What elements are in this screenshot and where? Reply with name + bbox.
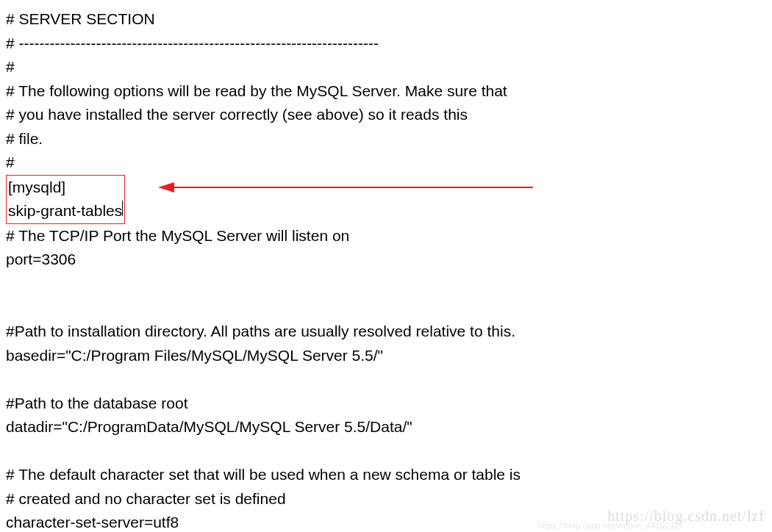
blank-line [6, 439, 766, 464]
config-line: datadir="C:/ProgramData/MySQL/MySQL Serv… [6, 415, 766, 439]
blank-line [6, 367, 766, 392]
config-line: # [6, 151, 766, 175]
config-line: # [6, 55, 766, 79]
config-line: # The following options will be read by … [6, 79, 766, 104]
config-line: #Path to the database root [6, 392, 766, 416]
config-line: # SERVER SECTION [6, 7, 766, 32]
arrow-icon [158, 179, 533, 195]
config-line: # created and no character set is define… [6, 487, 766, 511]
config-line: port=3306 [6, 248, 766, 272]
config-line: # you have installed the server correctl… [6, 103, 766, 127]
blank-line [6, 272, 766, 296]
config-line: # The TCP/IP Port the MySQL Server will … [6, 224, 766, 248]
config-line-skip-grant-tables: skip-grant-tables [8, 199, 123, 223]
config-line: basedir="C:/Program Files/MySQL/MySQL Se… [6, 344, 766, 368]
config-line: character-set-server=utf8 [6, 511, 766, 532]
config-line: # file. [6, 127, 766, 151]
svg-marker-1 [158, 182, 174, 193]
config-line: #Path to installation directory. All pat… [6, 320, 766, 344]
config-line: # --------------------------------------… [6, 32, 766, 56]
config-line: # The default character set that will be… [6, 463, 766, 487]
blank-line [6, 296, 766, 320]
config-line-mysqld: [mysqld] [8, 176, 123, 200]
highlight-box: [mysqld] skip-grant-tables [6, 175, 125, 224]
